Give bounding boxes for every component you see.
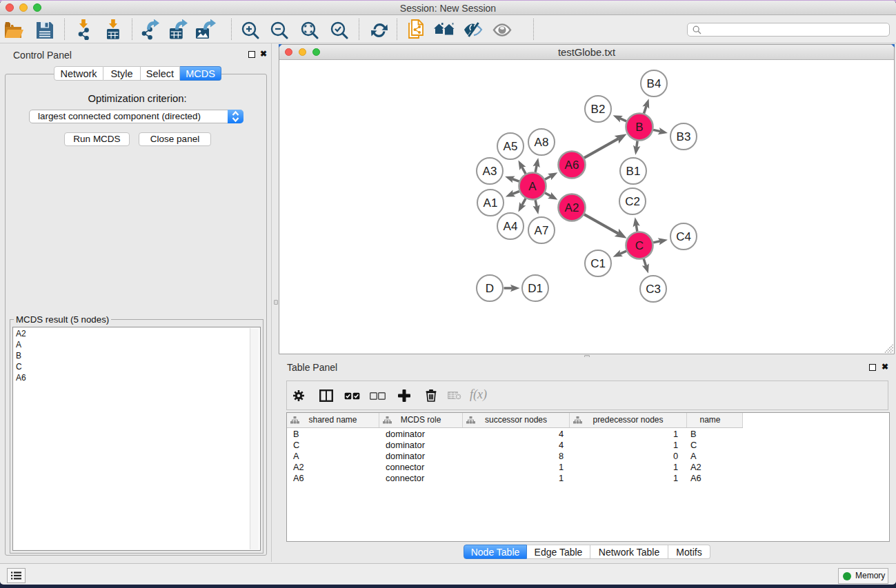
svg-text:B: B bbox=[635, 121, 643, 134]
svg-text:f(x): f(x) bbox=[470, 389, 487, 402]
svg-text:D1: D1 bbox=[528, 282, 543, 295]
svg-text:A8: A8 bbox=[535, 136, 549, 149]
svg-text:A1: A1 bbox=[484, 196, 498, 210]
svg-text:A6: A6 bbox=[565, 159, 579, 172]
svg-text:A7: A7 bbox=[535, 224, 549, 237]
svg-text:C3: C3 bbox=[646, 283, 661, 296]
svg-text:D: D bbox=[486, 282, 494, 295]
svg-text:A3: A3 bbox=[483, 165, 497, 178]
svg-text:C2: C2 bbox=[625, 195, 640, 208]
svg-text:B1: B1 bbox=[626, 165, 641, 178]
svg-text:A5: A5 bbox=[504, 140, 518, 153]
svg-text:B2: B2 bbox=[591, 103, 606, 116]
svg-text:B4: B4 bbox=[647, 77, 661, 90]
svg-text:A2: A2 bbox=[565, 201, 579, 214]
svg-text:C4: C4 bbox=[676, 230, 691, 243]
svg-text:C: C bbox=[635, 239, 644, 252]
svg-text:A4: A4 bbox=[504, 220, 518, 233]
svg-text:C1: C1 bbox=[590, 257, 606, 270]
svg-text:B3: B3 bbox=[677, 130, 691, 143]
svg-text:A: A bbox=[528, 180, 537, 193]
